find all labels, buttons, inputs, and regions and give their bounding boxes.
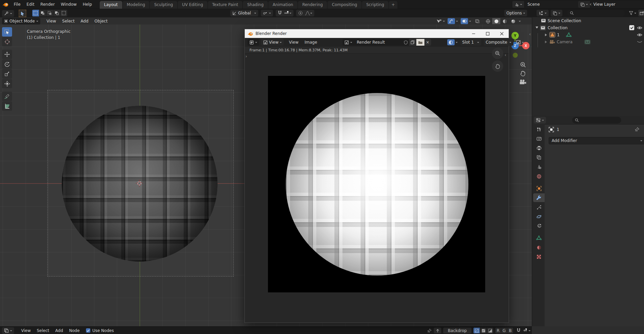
show-gizmo-toggle[interactable] (448, 18, 455, 24)
collection-checkbox[interactable] (629, 25, 634, 30)
eye-visible-icon[interactable] (637, 26, 642, 30)
tab-particles[interactable] (533, 203, 545, 211)
channel-r-button[interactable]: R (495, 328, 501, 333)
outliner-row-camera[interactable]: Camera (532, 38, 644, 45)
xray-toggle[interactable] (474, 18, 481, 24)
eye-hidden-icon[interactable] (637, 40, 642, 44)
tab-object[interactable] (533, 184, 545, 193)
image-editor-type-button[interactable] (247, 39, 259, 46)
object-visibility-dropdown[interactable] (436, 19, 445, 23)
editor-type-button[interactable] (2, 10, 14, 17)
tool-scale[interactable] (2, 69, 12, 79)
outliner-row-scene-collection[interactable]: Scene Collection (532, 17, 644, 24)
tab-constraints[interactable] (533, 222, 545, 230)
tab-compositing[interactable]: Compositing (327, 1, 362, 9)
shading-solid-button[interactable] (492, 18, 500, 24)
snap-settings-dropdown[interactable] (284, 11, 291, 15)
add-modifier-dropdown[interactable]: Add Modifier (549, 137, 644, 144)
close-button[interactable] (495, 29, 509, 38)
view-layer-browse-button[interactable] (578, 1, 590, 8)
tab-uv-editing[interactable]: UV Editing (178, 1, 208, 9)
region-collapse-chevron-icon[interactable]: ‹ (505, 53, 506, 57)
pass-dropdown[interactable]: Composite (484, 39, 513, 46)
tab-rendering[interactable]: Rendering (298, 1, 327, 9)
disclosure-open-icon[interactable] (536, 27, 538, 30)
breadcrumb-object-name[interactable]: 1 (557, 127, 559, 132)
select-mode-intersect-button[interactable] (60, 10, 67, 16)
pin-icon[interactable] (635, 127, 640, 132)
image-pan-control[interactable] (492, 60, 503, 72)
channel-color-alpha-button[interactable] (473, 328, 480, 333)
view-layer-name-field[interactable]: View Layer (591, 1, 644, 8)
compositor-menu-node[interactable]: Node (66, 328, 83, 333)
menu-render[interactable]: Render (37, 2, 58, 7)
browse-image-button[interactable] (342, 39, 354, 46)
region-collapse-chevron-icon[interactable]: ‹ (529, 32, 531, 37)
chevron-down-icon[interactable] (519, 21, 521, 23)
disclosure-closed-icon[interactable] (545, 34, 548, 36)
tab-texture[interactable] (533, 252, 545, 261)
tab-world[interactable] (533, 172, 545, 181)
image-menu-image[interactable]: Image (302, 40, 320, 45)
use-nodes-checkbox[interactable]: Use Nodes (86, 328, 114, 333)
disclosure-closed-icon[interactable] (545, 41, 548, 43)
properties-search-input[interactable] (572, 117, 621, 124)
tab-modifiers[interactable] (533, 193, 545, 202)
gizmo-axis-y[interactable]: Y (511, 32, 519, 39)
properties-editor-type-button[interactable] (534, 117, 546, 124)
tab-texture-paint[interactable]: Texture Paint (208, 1, 243, 9)
minimize-button[interactable] (466, 29, 480, 38)
viewport-zoom-icon[interactable] (520, 61, 526, 68)
proportional-edit-icon[interactable] (298, 11, 303, 15)
pin-icon[interactable] (427, 328, 432, 333)
fake-user-button[interactable] (403, 39, 409, 46)
shading-rendered-button[interactable] (509, 18, 517, 24)
scene-name-field[interactable]: Scene (525, 1, 580, 8)
proportional-falloff-dropdown[interactable] (305, 11, 312, 15)
menu-edit[interactable]: Edit (24, 2, 37, 7)
chevron-down-icon[interactable] (456, 21, 458, 23)
render-window[interactable]: Blender Render View View Image (244, 29, 509, 323)
blender-logo-icon[interactable] (3, 2, 9, 7)
outliner-filter-dropdown[interactable] (629, 11, 636, 15)
tab-physics[interactable] (533, 212, 545, 221)
maximize-button[interactable] (480, 29, 495, 38)
tool-cursor[interactable] (2, 37, 12, 46)
menu-window[interactable]: Window (58, 2, 80, 7)
select-mode-invert-button[interactable] (53, 10, 60, 16)
tool-annotate[interactable] (2, 92, 12, 101)
select-mode-set-button[interactable] (32, 10, 39, 16)
viewport-menu-add[interactable]: Add (78, 19, 91, 23)
compositor-menu-add[interactable]: Add (52, 328, 66, 333)
tool-transform[interactable] (2, 79, 12, 88)
curve-to-parent-button[interactable] (434, 328, 441, 333)
unlink-image-button[interactable]: × (424, 39, 431, 46)
menu-file[interactable]: File (11, 2, 24, 7)
tab-layout[interactable]: Layout (100, 1, 123, 9)
outliner-search-input[interactable] (567, 10, 625, 16)
tab-modeling[interactable]: Modeling (123, 1, 150, 9)
tool-measure[interactable] (2, 101, 12, 111)
tab-scene[interactable] (533, 162, 545, 171)
tab-material[interactable] (533, 243, 545, 252)
chevron-down-icon[interactable] (469, 21, 471, 23)
viewport-pan-hand-icon[interactable] (520, 70, 526, 77)
outliner-row-object-1[interactable]: 1 (532, 31, 644, 38)
tab-output[interactable] (533, 144, 545, 152)
channel-alpha-button[interactable] (487, 328, 493, 333)
channel-color-button[interactable] (480, 328, 487, 333)
viewport-menu-select[interactable]: Select (59, 19, 78, 23)
view-transform-dropdown[interactable] (447, 39, 458, 45)
tool-move[interactable] (2, 50, 12, 59)
shading-wireframe-button[interactable] (484, 18, 492, 24)
scene-browse-button[interactable] (512, 1, 524, 8)
outliner-display-mode-dropdown[interactable] (537, 10, 549, 16)
compositor-menu-select[interactable]: Select (34, 328, 52, 333)
image-name-field[interactable]: Render Result (354, 39, 403, 46)
slot-dropdown[interactable]: Slot 1 (460, 39, 481, 46)
tool-rotate[interactable] (2, 59, 12, 69)
outliner-filter-id-dropdown[interactable] (551, 10, 562, 16)
open-image-button[interactable] (416, 39, 424, 46)
tab-view-layer[interactable] (533, 153, 545, 162)
mode-dropdown[interactable]: Object Mode (2, 18, 40, 25)
